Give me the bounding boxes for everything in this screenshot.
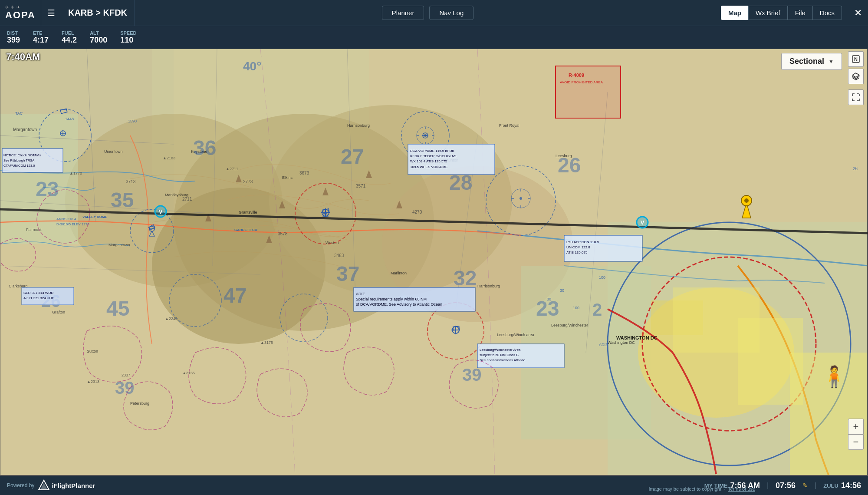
sectional-dropdown[interactable]: Sectional — [781, 53, 842, 70]
svg-text:39: 39 — [462, 365, 482, 384]
terms-text[interactable]: Terms of use — [728, 486, 755, 492]
svg-text:40°: 40° — [243, 59, 261, 73]
svg-text:Special requirements apply wit: Special requirements apply within 60 NM — [356, 297, 427, 301]
svg-text:KFDK FREDERIC-DOUGLAS: KFDK FREDERIC-DOUGLAS — [410, 154, 456, 158]
tab-docs[interactable]: Docs — [813, 6, 842, 20]
svg-text:Washington DC: Washington DC — [608, 340, 635, 345]
svg-text:3713: 3713 — [126, 179, 136, 184]
ifp-logo: iFlightPlanner — [38, 479, 95, 492]
hamburger-button[interactable]: ☰ — [41, 8, 61, 18]
powered-by: Powered by iFlightPlanner — [7, 479, 95, 492]
svg-text:Marlinton: Marlinton — [391, 271, 407, 275]
svg-text:1590: 1590 — [128, 119, 137, 123]
svg-text:3673: 3673 — [299, 171, 309, 175]
svg-text:DCA VOR/DME 115.5 KFDK: DCA VOR/DME 115.5 KFDK — [410, 149, 454, 153]
svg-text:▲2711: ▲2711 — [226, 167, 238, 171]
svg-text:45: 45 — [106, 297, 129, 320]
tab-wxbrief[interactable]: Wx Brief — [748, 6, 788, 20]
svg-text:39: 39 — [115, 378, 135, 397]
zoom-controls: + − — [848, 419, 864, 450]
svg-text:Grantsville: Grantsville — [239, 210, 257, 214]
ete-label: ETE — [33, 30, 49, 36]
svg-text:of DCA/VORDME. See Advisory to: of DCA/VORDME. See Advisory to Atlantic … — [356, 302, 442, 307]
svg-text:▲3175: ▲3175 — [260, 340, 273, 345]
svg-point-58 — [519, 197, 522, 200]
svg-text:Weston: Weston — [326, 241, 339, 245]
navlog-button[interactable]: Nav Log — [429, 6, 473, 20]
zulu-label: ZULU — [823, 482, 838, 489]
edit-time-icon[interactable]: ✎ — [802, 482, 808, 489]
svg-text:ADIZ: ADIZ — [599, 343, 608, 347]
svg-text:Harrisonburg: Harrisonburg — [347, 123, 370, 128]
svg-text:Leesburg/Winchester: Leesburg/Winchester — [551, 323, 588, 327]
svg-text:2: 2 — [592, 300, 602, 319]
svg-text:subject to 60 NM Class B: subject to 60 NM Class B — [480, 353, 519, 357]
person-icon[interactable]: 🧍 — [821, 365, 847, 389]
svg-text:26: 26 — [558, 154, 581, 177]
svg-text:WASHINGTON DC: WASHINGTON DC — [616, 335, 658, 340]
svg-text:Front Royal: Front Royal — [499, 123, 519, 128]
stat-alt: ALT 7000 — [90, 30, 107, 45]
stat-ete: ETE 4:17 — [33, 30, 49, 45]
svg-text:47: 47 — [224, 284, 247, 307]
svg-text:Morgantown: Morgantown — [108, 243, 130, 247]
dist-label: DIST — [7, 30, 20, 36]
svg-text:3578: 3578 — [278, 231, 288, 236]
svg-text:30: 30 — [547, 297, 551, 301]
fullscreen-button[interactable] — [848, 89, 864, 105]
tab-file[interactable]: File — [788, 6, 813, 20]
svg-text:32: 32 — [454, 267, 477, 290]
svg-text:See Pittsburgh TRSA: See Pittsburgh TRSA — [3, 158, 34, 162]
dist-value: 399 — [7, 36, 20, 45]
svg-text:3463: 3463 — [334, 253, 344, 258]
svg-text:109.5 WHES VON-DME: 109.5 WHES VON-DME — [410, 165, 447, 169]
center-nav: Planner Nav Log — [135, 6, 721, 20]
zoom-in-button[interactable]: + — [848, 419, 864, 434]
speed-label: SPEED — [120, 30, 136, 36]
copyright-notice: Image may be subject to copyright · Term… — [648, 486, 755, 492]
stat-speed: SPEED 110 — [120, 30, 136, 45]
logo-area: ✈ ✈ ✈ AOPA — [0, 0, 41, 26]
svg-text:LYH APP CON 118.9: LYH APP CON 118.9 — [566, 240, 599, 244]
svg-text:▲1770: ▲1770 — [69, 171, 82, 175]
svg-text:36: 36 — [193, 136, 216, 159]
tab-map[interactable]: Map — [721, 6, 748, 20]
fuel-label: FUEL — [62, 30, 77, 36]
close-button[interactable]: ✕ — [848, 7, 868, 19]
map-area[interactable]: R-4009 AVOID PROHIBITED AREA ADIZ Specia… — [0, 49, 868, 476]
svg-text:Leesburg/Winch area: Leesburg/Winch area — [497, 333, 534, 337]
map-tools: N — [848, 51, 864, 105]
svg-text:ADIZ: ADIZ — [356, 292, 365, 296]
zulu-time-block: ZULU 14:56 — [823, 481, 861, 490]
time-middle-value: 07:56 — [776, 481, 796, 490]
svg-text:CTAF/UNICOM 123.0: CTAF/UNICOM 123.0 — [3, 164, 35, 168]
svg-text:SER 321 314 WOR: SER 321 314 WOR — [23, 291, 54, 295]
time-display: 7:40AM — [6, 51, 40, 63]
right-tabs: Map Wx Brief File Docs — [721, 6, 842, 20]
planner-button[interactable]: Planner — [382, 6, 424, 20]
brand-name: iFlightPlanner — [52, 482, 95, 489]
svg-text:30: 30 — [560, 288, 564, 293]
svg-text:▲2313: ▲2313 — [87, 380, 99, 384]
svg-text:AVOID PROHIBITED AREA: AVOID PROHIBITED AREA — [560, 80, 603, 84]
svg-text:TAC: TAC — [15, 111, 23, 116]
svg-text:N: N — [854, 56, 858, 62]
powered-text: Powered by — [7, 482, 34, 488]
svg-text:Morgantown: Morgantown — [13, 127, 37, 132]
stats-bar: DIST 399 ETE 4:17 FUEL 44.2 ALT 7000 SPE… — [0, 26, 868, 49]
layers-button[interactable] — [848, 69, 864, 84]
app-header: ✈ ✈ ✈ AOPA ☰ KARB > KFDK Planner Nav Log… — [0, 0, 868, 26]
zoom-out-button[interactable]: − — [848, 434, 864, 450]
svg-text:Grafton: Grafton — [52, 310, 65, 314]
svg-text:UNICOM 122.8: UNICOM 122.8 — [566, 245, 590, 249]
svg-text:▲2240: ▲2240 — [165, 317, 178, 321]
svg-text:26: 26 — [853, 166, 858, 171]
nav-icon-button[interactable]: N — [848, 51, 864, 67]
svg-text:Leesburg/Winchester Area: Leesburg/Winchester Area — [480, 348, 521, 352]
svg-text:WX 153.4 ATIS 125.575: WX 153.4 ATIS 125.575 — [410, 159, 447, 163]
fuel-value: 44.2 — [62, 36, 77, 45]
svg-text:2337: 2337 — [122, 373, 130, 377]
svg-text:35: 35 — [111, 188, 134, 211]
logo-text: AOPA — [5, 10, 36, 21]
svg-rect-31 — [556, 66, 621, 118]
